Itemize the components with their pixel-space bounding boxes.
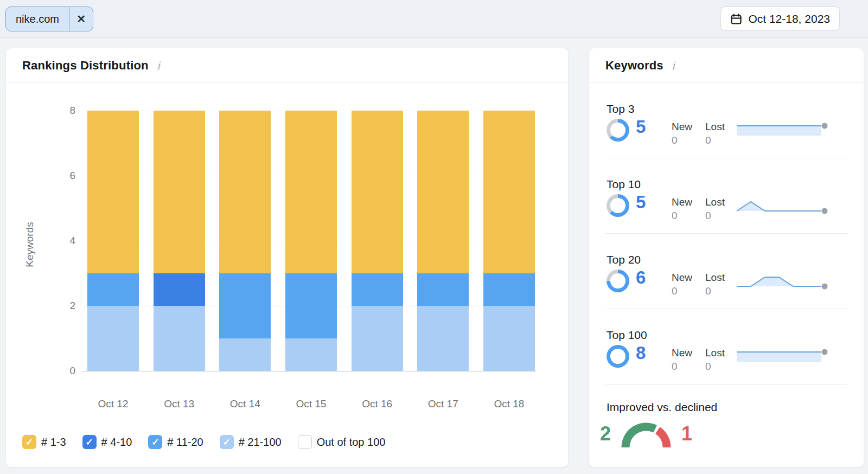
legend-item[interactable]: ✓# 1-3 — [22, 435, 66, 449]
new-column: New0 — [672, 272, 692, 297]
x-tick-label: Oct 12 — [87, 398, 139, 410]
checkbox-checked[interactable]: ✓ — [220, 435, 234, 449]
bar[interactable] — [417, 111, 469, 371]
keyword-row-label: Top 10 — [607, 178, 641, 191]
rankings-title: Rankings Distribution — [22, 59, 149, 73]
y-tick-label: 2 — [54, 300, 75, 312]
bar-segment[interactable] — [417, 273, 469, 306]
sparkline-dot — [822, 349, 828, 355]
keyword-row: Top 1008New0Lost0 — [589, 309, 864, 385]
gauge-improved-arc — [626, 427, 655, 447]
legend-label: # 1-3 — [41, 436, 66, 449]
info-icon[interactable]: i — [670, 59, 676, 72]
checkbox-unchecked[interactable] — [298, 435, 312, 449]
calendar-icon — [730, 13, 742, 25]
chart-legend: ✓# 1-3✓# 4-10✓# 11-20✓# 21-100Out of top… — [22, 435, 385, 449]
x-tick-label: Oct 16 — [352, 398, 403, 410]
lost-value: 0 — [705, 361, 725, 373]
lost-label: Lost — [705, 121, 725, 133]
remove-filter-button[interactable]: ✕ — [69, 7, 93, 31]
bar-segment[interactable] — [154, 111, 205, 273]
checkbox-checked[interactable]: ✓ — [22, 435, 36, 449]
bar-segment[interactable] — [352, 111, 403, 273]
lost-value: 0 — [705, 210, 725, 222]
x-axis-labels: Oct 12Oct 13Oct 14Oct 15Oct 16Oct 17Oct … — [87, 398, 535, 410]
bar[interactable] — [219, 111, 271, 371]
bar-segment[interactable] — [87, 306, 139, 371]
bar-segment[interactable] — [154, 273, 205, 306]
bar-segment[interactable] — [219, 111, 271, 273]
improved-declined-gauge — [618, 419, 674, 449]
declined-value: 1 — [681, 422, 692, 445]
top-bar: nike.com ✕ Oct 12-18, 2023 — [0, 0, 868, 38]
lost-column: Lost0 — [705, 347, 725, 373]
new-column: New0 — [672, 196, 692, 222]
bar-segment[interactable] — [285, 338, 337, 371]
keyword-count: 6 — [636, 267, 646, 288]
bar-segment[interactable] — [154, 306, 205, 371]
lost-label: Lost — [705, 272, 725, 284]
bar[interactable] — [483, 111, 535, 371]
keywords-title: Keywords — [605, 59, 663, 73]
keyword-donut — [607, 194, 629, 217]
bar-segment[interactable] — [417, 111, 469, 273]
info-icon[interactable]: i — [155, 59, 162, 72]
bar[interactable] — [352, 111, 403, 371]
gauge-declined-arc — [658, 431, 667, 448]
keyword-sparkline — [735, 121, 830, 142]
legend-label: # 11-20 — [167, 436, 203, 449]
lost-column: Lost0 — [705, 121, 725, 146]
lost-value: 0 — [705, 285, 725, 297]
legend-item[interactable]: Out of top 100 — [298, 435, 386, 449]
keyword-count: 5 — [636, 117, 646, 137]
improved-declined-title: Improved vs. declined — [607, 401, 864, 414]
keyword-count: 5 — [636, 192, 646, 213]
bar-segment[interactable] — [352, 306, 403, 371]
checkbox-checked[interactable]: ✓ — [148, 435, 162, 449]
improved-declined-section: Improved vs. declined 2 1 — [589, 385, 864, 449]
bar[interactable] — [154, 111, 205, 371]
bar-segment[interactable] — [483, 273, 535, 306]
domain-filter-tag[interactable]: nike.com ✕ — [5, 7, 93, 31]
x-tick-label: Oct 15 — [285, 398, 337, 410]
keyword-donut — [607, 270, 629, 292]
keyword-row-label: Top 100 — [607, 329, 647, 342]
legend-item[interactable]: ✓# 11-20 — [148, 435, 203, 449]
sparkline — [735, 272, 830, 290]
new-value: 0 — [672, 285, 692, 297]
bar-segment[interactable] — [219, 338, 271, 371]
lost-column: Lost0 — [705, 272, 725, 297]
bar-segment[interactable] — [87, 273, 139, 306]
bar[interactable] — [285, 111, 337, 371]
keyword-row: Top 206New0Lost0 — [589, 234, 864, 309]
bar-segment[interactable] — [483, 111, 535, 273]
sparkline — [735, 196, 830, 215]
bar[interactable] — [87, 111, 139, 371]
improved-value: 2 — [600, 422, 611, 445]
bar-segment[interactable] — [417, 306, 469, 371]
legend-label: Out of top 100 — [317, 436, 386, 449]
bar-segment[interactable] — [219, 273, 271, 338]
y-tick-label: 8 — [54, 105, 75, 117]
checkbox-checked[interactable]: ✓ — [82, 435, 97, 449]
x-tick-label: Oct 17 — [417, 398, 469, 410]
legend-item[interactable]: ✓# 21-100 — [220, 435, 282, 449]
keyword-sparkline — [735, 272, 830, 292]
bar-segment[interactable] — [352, 273, 403, 306]
date-range-picker[interactable]: Oct 12-18, 2023 — [720, 7, 840, 31]
keyword-row: Top 105New0Lost0 — [589, 158, 864, 234]
bar-segment[interactable] — [285, 111, 337, 273]
y-axis-label: Keywords — [24, 222, 36, 267]
y-tick-label: 4 — [54, 235, 75, 247]
bar-segment[interactable] — [87, 111, 139, 273]
sparkline-dot — [822, 284, 828, 290]
keyword-donut — [607, 119, 629, 142]
bars — [87, 111, 535, 371]
legend-item[interactable]: ✓# 4-10 — [82, 435, 132, 449]
lost-label: Lost — [705, 347, 725, 359]
bar-segment[interactable] — [285, 273, 337, 338]
new-value: 0 — [672, 210, 692, 222]
keywords-card: Keywords i Top 35New0Lost0Top 105New0Los… — [589, 48, 864, 467]
keywords-rows: Top 35New0Lost0Top 105New0Lost0Top 206Ne… — [589, 83, 864, 385]
bar-segment[interactable] — [483, 306, 535, 371]
